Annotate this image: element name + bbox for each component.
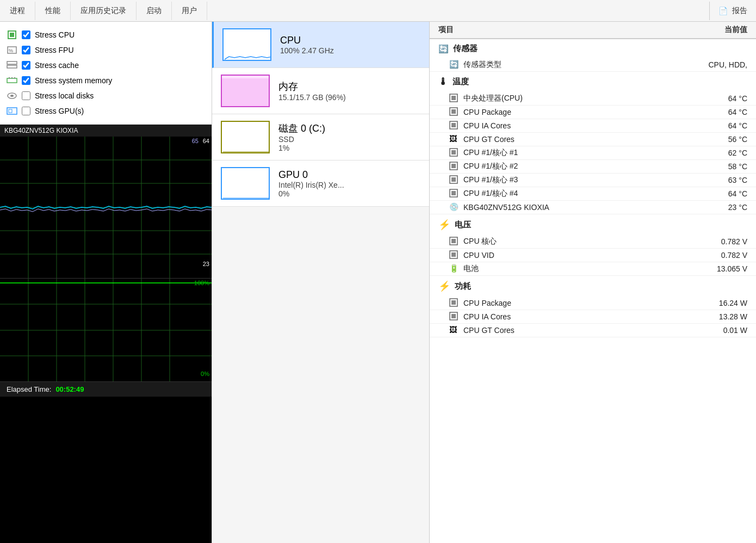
stress-disks-label[interactable]: Stress local disks <box>35 91 94 100</box>
temp-ssd-name: KBG40ZNV512G KIOXIA <box>463 203 682 212</box>
temp-cpu-name: 中央处理器(CPU) <box>463 94 682 103</box>
cpu-resource-detail: 100% 2.47 GHz <box>280 46 420 55</box>
disks-icon <box>7 90 17 101</box>
tab-performance[interactable]: 性能 <box>35 2 71 20</box>
right-panel-header: 项目 当前值 <box>430 22 756 39</box>
elapsed-label: Elapsed Time: <box>7 385 51 393</box>
power-ia-cores-row[interactable]: CPU IA Cores 13.28 W <box>430 310 756 324</box>
svg-rect-5 <box>7 65 17 68</box>
memory-resource-name: 内存 <box>278 80 420 93</box>
stress-gpu-item[interactable]: Stress GPU(s) <box>7 103 205 119</box>
voltage-section-icon: ⚡ <box>438 219 450 231</box>
temp-core2-row[interactable]: CPU #1/核心 #2 58 °C <box>430 160 756 174</box>
voltage-vid-icon <box>449 250 459 260</box>
svg-rect-53 <box>451 252 456 257</box>
sensor-section-icon: 🔄 <box>438 44 449 54</box>
temp-package-row[interactable]: CPU Package 64 °C <box>430 106 756 119</box>
resource-memory[interactable]: 内存 15.1/15.7 GB (96%) <box>212 68 429 114</box>
voltage-core-value: 0.782 V <box>682 237 747 246</box>
memory-resource-info: 内存 15.1/15.7 GB (96%) <box>278 80 420 102</box>
temp-cpu-row[interactable]: 中央处理器(CPU) 64 °C <box>430 92 756 106</box>
temp-package-icon <box>449 107 459 117</box>
cpu-resource-info: CPU 100% 2.47 GHz <box>280 35 420 55</box>
temp-core1-row[interactable]: CPU #1/核心 #1 62 °C <box>430 146 756 160</box>
stress-cache-checkbox[interactable] <box>22 61 30 70</box>
sensor-type-row[interactable]: 🔄 传感器类型 CPU, HDD, <box>430 58 756 72</box>
voltage-vid-row[interactable]: CPU VID 0.782 V <box>430 249 756 262</box>
gpu-resource-info: GPU 0 Intel(R) Iris(R) Xe... 0% <box>278 169 420 198</box>
graph-area: KBG40ZNV512G KIOXIA <box>0 125 212 543</box>
cpu-icon <box>7 29 17 40</box>
temp-core2-icon <box>449 162 459 171</box>
stress-cpu-label[interactable]: Stress CPU <box>35 30 75 39</box>
elapsed-time-value: 00:52:49 <box>55 385 84 393</box>
disk-resource-info: 磁盘 0 (C:) SSD 1% <box>278 122 420 152</box>
power-gt-cores-row[interactable]: 🖼 CPU GT Cores 0.01 W <box>430 324 756 337</box>
voltage-vid-name: CPU VID <box>463 251 682 260</box>
stress-memory-checkbox[interactable] <box>22 76 30 85</box>
temp-section-header: 🌡 温度 <box>430 72 756 92</box>
report-icon: 📄 <box>718 7 728 15</box>
sensor-type-name: 传感器类型 <box>463 60 682 70</box>
resource-disk[interactable]: 磁盘 0 (C:) SSD 1% <box>212 114 429 161</box>
stress-cache-label[interactable]: Stress cache <box>35 61 79 70</box>
temp-gt-cores-icon: 🖼 <box>449 134 459 144</box>
stress-cache-item[interactable]: Stress cache <box>7 58 205 73</box>
stress-disks-checkbox[interactable] <box>22 91 30 100</box>
stress-gpu-checkbox[interactable] <box>22 107 30 115</box>
stress-memory-item[interactable]: Stress system memory <box>7 73 205 88</box>
tab-process[interactable]: 进程 <box>0 2 35 20</box>
voltage-section-label: 电压 <box>455 220 471 230</box>
svg-rect-55 <box>451 300 456 305</box>
temp-ia-cores-value: 64 °C <box>682 121 747 130</box>
temp-core4-row[interactable]: CPU #1/核心 #4 64 °C <box>430 187 756 201</box>
svg-rect-1 <box>10 33 14 37</box>
report-label: 报告 <box>732 6 747 16</box>
power-section-label: 功耗 <box>455 281 471 292</box>
gpu-mini-graph <box>221 167 270 200</box>
svg-rect-6 <box>7 78 17 83</box>
sensor-type-icon: 🔄 <box>449 60 459 70</box>
resource-gpu[interactable]: GPU 0 Intel(R) Iris(R) Xe... 0% <box>212 161 429 207</box>
power-gt-cores-icon: 🖼 <box>449 325 459 335</box>
cpu-resource-name: CPU <box>280 35 420 46</box>
stress-cpu-item[interactable]: Stress CPU <box>7 27 205 42</box>
svg-rect-49 <box>451 191 456 195</box>
stress-memory-label[interactable]: Stress system memory <box>35 76 112 85</box>
voltage-section-header: ⚡ 电压 <box>430 214 756 235</box>
temp-ia-cores-row[interactable]: CPU IA Cores 64 °C <box>430 119 756 133</box>
tab-startup[interactable]: 启动 <box>137 2 172 20</box>
temp-core2-value: 58 °C <box>682 162 747 171</box>
stress-gpu-label[interactable]: Stress GPU(s) <box>35 107 84 115</box>
memory-mini-graph <box>221 75 270 107</box>
temp-gt-cores-row[interactable]: 🖼 CPU GT Cores 56 °C <box>430 133 756 146</box>
stress-cpu-checkbox[interactable] <box>22 30 30 39</box>
voltage-battery-row[interactable]: 🔋 电池 13.065 V <box>430 262 756 276</box>
power-package-row[interactable]: CPU Package 16.24 W <box>430 297 756 310</box>
stress-fpu-item[interactable]: % Stress FPU <box>7 42 205 58</box>
temp-core3-row[interactable]: CPU #1/核心 #3 63 °C <box>430 174 756 187</box>
temp-cpu-value: 64 °C <box>682 94 747 103</box>
svg-text:%: % <box>9 48 13 53</box>
voltage-battery-name: 电池 <box>463 264 682 274</box>
temp-core4-icon <box>449 189 459 199</box>
stress-fpu-label[interactable]: Stress FPU <box>35 46 74 54</box>
voltage-core-row[interactable]: CPU 核心 0.782 V <box>430 235 756 249</box>
svg-rect-13 <box>9 109 12 113</box>
tab-app-history[interactable]: 应用历史记录 <box>71 2 137 20</box>
cache-icon <box>7 60 17 71</box>
percent-low: 0% <box>201 371 209 377</box>
tab-users[interactable]: 用户 <box>172 2 207 20</box>
left-panel: Stress CPU % Stress FPU Stress cache <box>0 22 212 543</box>
temp-ssd-row[interactable]: 💿 KBG40ZNV512G KIOXIA 23 °C <box>430 201 756 214</box>
svg-rect-37 <box>451 96 456 100</box>
stress-fpu-checkbox[interactable] <box>22 46 30 54</box>
temp-core3-icon <box>449 175 459 185</box>
svg-rect-35 <box>222 78 269 106</box>
voltage-core-icon <box>449 237 459 246</box>
stress-disks-item[interactable]: Stress local disks <box>7 88 205 103</box>
resource-cpu[interactable]: CPU 100% 2.47 GHz <box>212 22 429 68</box>
memory-icon <box>7 75 17 86</box>
gpu-resource-name: GPU 0 <box>278 169 420 181</box>
svg-rect-45 <box>451 164 456 168</box>
